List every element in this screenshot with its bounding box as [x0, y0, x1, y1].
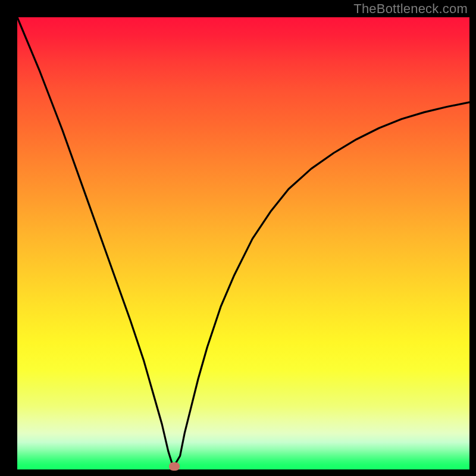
stage: TheBottleneck.com: [0, 0, 476, 476]
watermark-text: TheBottleneck.com: [353, 1, 468, 17]
optimal-point-marker: [169, 462, 180, 471]
plot-background-gradient: [17, 17, 469, 469]
